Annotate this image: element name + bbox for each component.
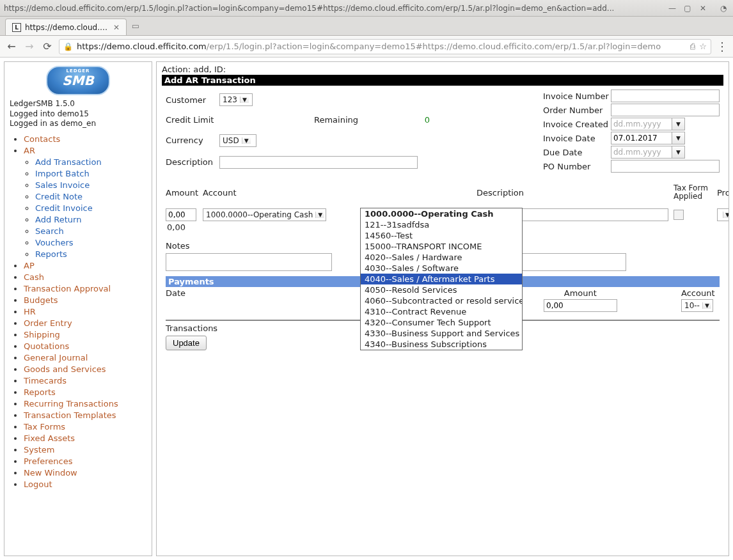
nav-item[interactable]: General Journal: [24, 353, 88, 362]
credit-limit-label: Credit Limit: [166, 115, 216, 125]
forward-icon: →: [23, 40, 36, 52]
nav-subitem[interactable]: Vouchers: [35, 238, 74, 247]
account-dropdown[interactable]: 1000.0000--Operating Cash121--31sadfdsa1…: [360, 208, 523, 350]
dropdown-option[interactable]: 4340--Business Subscriptions: [361, 339, 522, 350]
nav-item[interactable]: Timecards: [24, 376, 67, 385]
project-select[interactable]: ▼: [717, 208, 729, 221]
nav-item[interactable]: Quotations: [24, 341, 69, 351]
nav-item[interactable]: Goods and Services: [24, 364, 106, 374]
dropdown-option[interactable]: 121--31sadfdsa: [361, 219, 522, 230]
nav-subitem[interactable]: Reports: [35, 249, 67, 259]
nav-item[interactable]: Preferences: [24, 456, 72, 466]
taxform-header: Tax Form Applied: [674, 184, 712, 201]
tab-close-icon[interactable]: ✕: [113, 23, 120, 32]
nav-item[interactable]: Contacts: [24, 134, 60, 144]
chevron-down-icon: ▼: [240, 97, 249, 103]
nav-item[interactable]: Fixed Assets: [24, 433, 75, 443]
favicon-icon: L: [12, 23, 21, 32]
invoice-number-input[interactable]: [611, 89, 720, 102]
form-title: Add AR Transaction: [162, 75, 723, 86]
dropdown-option[interactable]: 4030--Sales / Software: [361, 263, 522, 274]
nav-subitem[interactable]: Credit Note: [35, 192, 83, 201]
reload-icon[interactable]: ⟳: [41, 40, 54, 52]
po-number-input[interactable]: [611, 160, 720, 173]
pay-account-select[interactable]: 10--▼: [681, 299, 713, 312]
account-header: Account: [203, 188, 471, 198]
pay-account-label: Account: [681, 288, 720, 298]
nav-item[interactable]: AR: [24, 146, 35, 155]
nav-item[interactable]: System: [24, 445, 54, 455]
dropdown-option[interactable]: 4330--Business Support and Services: [361, 328, 522, 339]
menu-icon[interactable]: ⋮: [716, 40, 728, 53]
user-icon[interactable]: ◔: [718, 3, 729, 14]
remaining-label: Remaining: [314, 115, 378, 125]
nav-item[interactable]: HR: [24, 307, 36, 316]
dropdown-option[interactable]: 4320--Consumer Tech Support: [361, 317, 522, 328]
url-bar[interactable]: 🔒 https://demo.cloud.efficito.com/erp/1.…: [59, 39, 711, 54]
notes-textarea[interactable]: [166, 253, 332, 271]
nav-item[interactable]: Reports: [24, 387, 56, 397]
amount-input[interactable]: [166, 208, 196, 221]
nav-item[interactable]: Shipping: [24, 330, 60, 339]
invoice-number-label: Invoice Number: [543, 91, 607, 101]
nav-item[interactable]: Cash: [24, 272, 44, 282]
notes-label: Notes: [166, 241, 332, 251]
taxform-checkbox[interactable]: [674, 210, 684, 220]
dropdown-option[interactable]: 4060--Subcontracted or resold services: [361, 295, 522, 306]
main-panel: Action: add, ID: Add AR Transaction Cust…: [156, 61, 729, 556]
description-header: Description: [477, 188, 668, 198]
currency-label: Currency: [166, 136, 216, 145]
window-titlebar: https://demo.cloud.efficito.com/erp/1.5/…: [0, 0, 733, 17]
site-info-icon[interactable]: ⎙: [690, 42, 695, 51]
dropdown-option[interactable]: 14560--Test: [361, 230, 522, 241]
invoice-created-input[interactable]: [611, 118, 672, 130]
bookmark-icon[interactable]: ☆: [699, 42, 707, 51]
customer-select[interactable]: 123▼: [219, 93, 253, 106]
action-line: Action: add, ID:: [162, 65, 723, 74]
nav-list: ContactsARAdd TransactionImport BatchSal…: [10, 134, 146, 489]
minimize-icon[interactable]: —: [666, 3, 678, 14]
update-button[interactable]: Update: [166, 336, 207, 350]
order-number-label: Order Number: [543, 105, 607, 115]
maximize-icon[interactable]: ▢: [682, 3, 693, 14]
nav-item[interactable]: Transaction Templates: [24, 410, 116, 420]
pay-amount-input[interactable]: [544, 299, 617, 312]
back-icon[interactable]: ←: [5, 40, 18, 52]
description-input[interactable]: [219, 156, 418, 169]
new-tab-icon[interactable]: ▭: [129, 21, 142, 31]
due-date-input[interactable]: [611, 146, 672, 159]
nav-subitem[interactable]: Add Transaction: [35, 157, 102, 167]
nav-subitem[interactable]: Search: [35, 226, 64, 236]
nav-subitem[interactable]: Sales Invoice: [35, 180, 90, 190]
tab-title: https://demo.cloud.effic: [25, 23, 109, 32]
dropdown-option[interactable]: 4050--Resold Services: [361, 284, 522, 295]
chevron-down-icon[interactable]: ▼: [672, 146, 685, 159]
nav-subitem[interactable]: Add Return: [35, 215, 81, 224]
invoice-date-input[interactable]: [611, 132, 672, 144]
nav-item[interactable]: Order Entry: [24, 318, 72, 328]
due-date-label: Due Date: [543, 148, 607, 157]
nav-item[interactable]: New Window: [24, 468, 77, 478]
nav-item[interactable]: Budgets: [24, 295, 58, 305]
total-value: 0,00: [166, 222, 198, 232]
browser-tab[interactable]: L https://demo.cloud.effic ✕: [5, 19, 127, 35]
account-select[interactable]: 1000.0000--Operating Cash▼: [203, 208, 326, 221]
close-icon[interactable]: ✕: [697, 3, 709, 14]
dropdown-option[interactable]: 15000--TRANSPORT INCOME: [361, 241, 522, 252]
order-number-input[interactable]: [611, 104, 720, 116]
chevron-down-icon[interactable]: ▼: [672, 118, 685, 130]
currency-select[interactable]: USD▼: [219, 134, 256, 147]
nav-item[interactable]: Recurring Transactions: [24, 399, 118, 408]
nav-item[interactable]: Tax Forms: [24, 422, 65, 432]
chevron-down-icon[interactable]: ▼: [672, 132, 685, 144]
nav-subitem[interactable]: Credit Invoice: [35, 203, 93, 213]
chevron-down-icon: ▼: [723, 212, 729, 218]
nav-subitem[interactable]: Import Batch: [35, 169, 90, 178]
dropdown-option[interactable]: 4310--Contract Revenue: [361, 306, 522, 317]
nav-item[interactable]: AP: [24, 261, 35, 270]
nav-item[interactable]: Transaction Approval: [24, 284, 111, 293]
nav-item[interactable]: Logout: [24, 479, 52, 489]
dropdown-option[interactable]: 4020--Sales / Hardware: [361, 252, 522, 263]
dropdown-option[interactable]: 4040--Sales / Aftermarket Parts: [361, 274, 522, 284]
dropdown-option[interactable]: 1000.0000--Operating Cash: [361, 208, 522, 219]
